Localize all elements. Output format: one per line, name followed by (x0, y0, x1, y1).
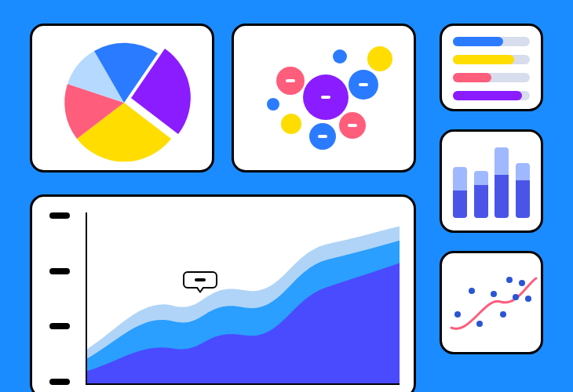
bubble-blue-sm-1 (333, 49, 347, 64)
progress-row-pink (453, 73, 530, 82)
chart-tooltip (183, 271, 217, 289)
y-axis-ticks (49, 212, 70, 385)
scatter-point (500, 311, 506, 318)
bubble-blue-1 (349, 70, 378, 100)
scatter-point (519, 280, 525, 286)
bubble-blue-sm-2 (267, 98, 279, 111)
bubble-big-purple (303, 74, 349, 120)
scatter-point (476, 321, 483, 327)
y-tick (49, 323, 70, 329)
scatter-chart (442, 253, 546, 357)
y-tick (49, 268, 70, 274)
bar-a (453, 167, 467, 218)
bubble-chart (234, 26, 414, 170)
bubble-yellow-2 (281, 114, 301, 134)
bar-chart-card (440, 129, 543, 233)
y-tick (49, 212, 70, 219)
area-chart-card (30, 194, 416, 392)
trend-line (451, 278, 536, 328)
area-chart (86, 212, 400, 385)
scatter-chart-card (440, 251, 543, 354)
progress-chart (453, 37, 530, 100)
pie-chart (32, 26, 217, 175)
scatter-point (513, 294, 519, 300)
bar-b (474, 171, 488, 218)
bubble-yellow-1 (367, 46, 392, 71)
bar-chart (453, 143, 530, 218)
scatter-point (525, 296, 531, 302)
bubble-pink-2 (339, 112, 366, 139)
pie-chart-card (30, 24, 214, 172)
progress-row-yellow (453, 55, 530, 64)
scatter-point (491, 291, 497, 297)
bar-d (516, 163, 530, 218)
scatter-point (469, 288, 475, 294)
tooltip-value-icon (195, 278, 206, 281)
progress-row-blue (453, 37, 530, 46)
bubble-chart-card (232, 24, 416, 172)
bubble-pink-1 (276, 67, 305, 95)
scatter-point (454, 311, 461, 318)
bubble-blue-2 (309, 123, 336, 150)
area-chart-svg (87, 212, 400, 383)
progress-chart-card (440, 24, 543, 111)
bar-c (495, 147, 509, 218)
progress-row-purple (453, 91, 530, 100)
y-tick (49, 379, 70, 385)
scatter-point (506, 277, 513, 283)
